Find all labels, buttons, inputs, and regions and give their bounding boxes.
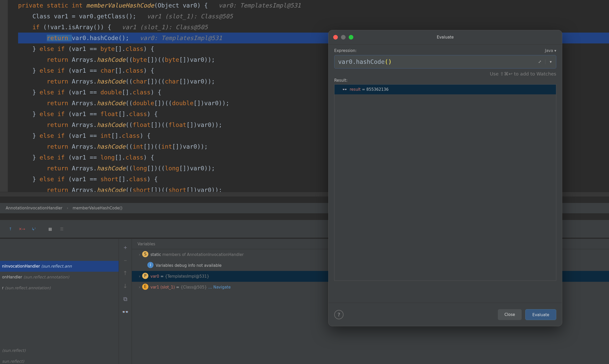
help-icon[interactable]: ? — [334, 310, 344, 319]
close-button[interactable]: Close — [498, 309, 522, 320]
history-dropdown-icon[interactable]: ▾ — [545, 59, 556, 64]
remove-watch-icon[interactable]: － — [119, 254, 132, 267]
dialog-footer: ? Close Evaluate — [329, 303, 562, 326]
shuffle-icon[interactable]: ✕→ — [17, 220, 27, 238]
editor-gutter — [0, 0, 8, 196]
expression-text: var0.hashCode() — [338, 58, 392, 65]
result-row[interactable]: 👓 result = 855362136 — [334, 85, 556, 94]
variable-side-toolbar: ＋ － ↑ ↓ ⧉ 👓 — [119, 239, 132, 364]
table-icon[interactable]: ▦ — [45, 220, 55, 238]
breadcrumb-separator: › — [67, 206, 68, 210]
down-icon[interactable]: ↓ — [119, 280, 132, 293]
breadcrumb-method[interactable]: memberValueHashCode() — [73, 206, 122, 210]
close-window-icon[interactable] — [333, 35, 338, 40]
result-label: Result: — [334, 78, 556, 83]
step-icon[interactable]: ⤒ — [5, 220, 16, 238]
window-controls — [333, 35, 353, 40]
shortcut-hint: Use ⇧⌘↩ to add to Watches — [334, 69, 556, 77]
glasses-inline-icon: 👓 — [342, 87, 347, 92]
copy-icon[interactable]: ⧉ — [119, 293, 132, 306]
dialog-title: Evaluate — [437, 35, 454, 40]
add-watch-icon[interactable]: ＋ — [119, 241, 132, 254]
code-line[interactable]: Class var1 = var0.getClass(); var1 (slot… — [18, 11, 609, 22]
up-icon[interactable]: ↑ — [119, 267, 132, 280]
breadcrumb-class[interactable]: AnnotationInvocationHandler — [6, 206, 62, 210]
expand-icon[interactable]: ⤢ — [534, 59, 545, 64]
glasses-icon[interactable]: 👓 — [119, 306, 132, 318]
evaluate-dialog: Evaluate Expression: Java ▾ var0.hashCod… — [328, 30, 562, 326]
settings-icon[interactable]: ☰ — [57, 220, 67, 238]
expression-input[interactable]: var0.hashCode() ⤢ ▾ — [334, 55, 556, 69]
evaluate-button[interactable]: Evaluate — [525, 309, 556, 320]
frame-row[interactable]: (sun.reflect) — [0, 345, 119, 356]
zoom-window-icon[interactable] — [349, 35, 353, 40]
frames-pane: ▾ ↑ ↓ ⧩ nInvocationHandler (sun.reflect.… — [0, 239, 119, 364]
frame-row[interactable]: nInvocationHandler (sun.reflect.ann — [0, 261, 119, 272]
expression-label: Expression: — [334, 48, 356, 53]
frame-row[interactable]: r (sun.reflect.annotation) — [0, 283, 119, 293]
dialog-titlebar[interactable]: Evaluate — [329, 30, 562, 44]
minimize-window-icon — [341, 35, 346, 40]
language-selector[interactable]: Java ▾ — [545, 48, 556, 53]
frame-row[interactable]: onHandler (sun.reflect.annotation) — [0, 272, 119, 283]
code-line[interactable]: private static int memberValueHashCode(O… — [18, 0, 609, 11]
drop-frame-icon[interactable]: ↳ᴵ — [28, 220, 39, 238]
frame-row[interactable]: sun.reflect) — [0, 356, 119, 364]
result-panel[interactable]: 👓 result = 855362136 — [334, 84, 556, 281]
